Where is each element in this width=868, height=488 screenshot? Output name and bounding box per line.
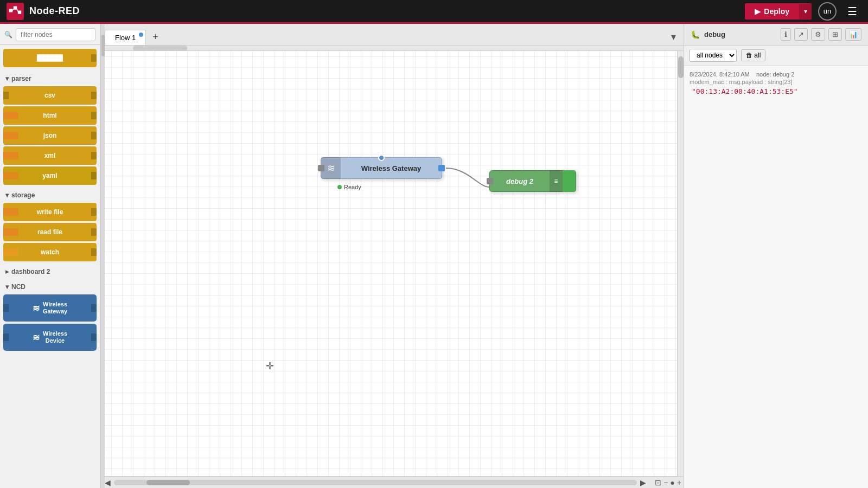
- debug-panel-header: 🐛 debug ℹ ↗ ⚙ ⊞ 📊: [684, 24, 868, 46]
- debug-info-button[interactable]: ℹ: [781, 28, 791, 41]
- sidebar-section-parser-label: parser: [11, 75, 31, 82]
- zoom-in-button[interactable]: +: [677, 478, 681, 487]
- node-top-connector: [378, 155, 385, 161]
- list-item[interactable]: html: [3, 106, 97, 125]
- svg-rect-1: [9, 9, 12, 12]
- wireless-gateway-label: Wireless Gateway: [341, 164, 442, 172]
- sidebar-section-dashboard2-label: dashboard 2: [11, 268, 50, 275]
- flow-canvas[interactable]: ≋ Wireless Gateway Ready debug 2 ≡: [100, 46, 684, 476]
- debug-panel-title: debug: [704, 30, 725, 38]
- logo-area: Node-RED: [7, 3, 80, 20]
- main-layout: 🔍 ▉▉▉▉▉▉ ▾ parser csv html: [0, 24, 868, 488]
- user-label: un: [824, 7, 831, 15]
- debug-export-button[interactable]: ↗: [794, 28, 808, 41]
- tab-unsaved-dot: [139, 33, 143, 37]
- sidebar-section-dashboard2[interactable]: ▸ dashboard 2: [3, 265, 97, 278]
- canvas-area: Flow 1 + ▾: [100, 24, 684, 488]
- deploy-label: Deploy: [764, 7, 789, 16]
- list-item[interactable]: csv: [3, 86, 97, 105]
- debug-filter-button[interactable]: ⊞: [828, 28, 842, 41]
- debug-panel-tools: ℹ ↗ ⚙ ⊞ 📊: [781, 28, 861, 41]
- list-item[interactable]: watch: [3, 243, 97, 261]
- fit-view-button[interactable]: ⊡: [655, 478, 661, 487]
- svg-rect-2: [14, 6, 17, 9]
- add-flow-button[interactable]: +: [148, 29, 163, 45]
- canvas-vertical-scrollbar[interactable]: [677, 46, 684, 476]
- debug-filter-select[interactable]: all nodes: [690, 49, 737, 62]
- debug-node-port-in[interactable]: [487, 178, 493, 184]
- flow-tab-flow1[interactable]: Flow 1: [105, 30, 146, 45]
- wifi-device-icon: ≋: [33, 332, 40, 343]
- scroll-right-button[interactable]: ▶: [638, 478, 648, 487]
- debug-panel: 🐛 debug ℹ ↗ ⚙ ⊞ 📊 all nodes 🗑 all 8/2: [684, 24, 868, 488]
- chevron-down-icon-ncd: ▾: [5, 283, 9, 291]
- palette-wireless-device[interactable]: ≋ WirelessDevice: [3, 324, 97, 351]
- chevron-down-icon-storage: ▾: [5, 191, 9, 199]
- debug-clear-label: all: [754, 52, 761, 59]
- topbar: Node-RED ▶ Deploy ▾ un ☰: [0, 0, 868, 24]
- trash-icon: 🗑: [746, 52, 752, 59]
- debug-panel-icon: 🐛: [691, 30, 700, 39]
- debug-node-status-btn[interactable]: [563, 170, 576, 192]
- node-port-out[interactable]: [438, 165, 445, 171]
- debug-node-menu[interactable]: ≡: [550, 170, 563, 192]
- node-port-in[interactable]: [318, 165, 324, 171]
- debug-entry-path: modem_mac : msg.payload : string[23]: [690, 79, 863, 85]
- filter-bar: 🔍: [0, 24, 100, 45]
- filter-nodes-input[interactable]: [16, 28, 95, 41]
- deploy-button[interactable]: ▶ Deploy: [745, 3, 799, 20]
- debug-settings-button[interactable]: ⚙: [811, 28, 825, 41]
- debug-clear-button[interactable]: 🗑 all: [741, 49, 765, 61]
- wireless-gateway-icon: ≋: [327, 162, 335, 174]
- chevron-right-icon-dashboard2: ▸: [5, 268, 9, 275]
- debug-timestamp: 8/23/2024, 8:42:10 AM: [690, 71, 750, 78]
- debug-filter-bar: all nodes 🗑 all: [684, 46, 868, 66]
- node-list: ▉▉▉▉▉▉ ▾ parser csv html json: [0, 45, 100, 488]
- wireless-gateway-node[interactable]: ≋ Wireless Gateway Ready: [321, 157, 442, 179]
- node-status: Ready: [337, 184, 361, 190]
- list-item[interactable]: yaml: [3, 166, 97, 185]
- vertical-scrollbar-thumb: [678, 56, 684, 78]
- sidebar-section-parser[interactable]: ▾ parser: [3, 72, 97, 85]
- debug-chart-button[interactable]: 📊: [845, 28, 861, 41]
- list-item[interactable]: write file: [3, 203, 97, 221]
- sidebar-section-storage-label: storage: [11, 191, 35, 199]
- zoom-out-button[interactable]: −: [663, 478, 668, 487]
- node-palette: 🔍 ▉▉▉▉▉▉ ▾ parser csv html: [0, 24, 100, 488]
- canvas-wires: [100, 46, 684, 476]
- list-item[interactable]: xml: [3, 146, 97, 165]
- deploy-icon: ▶: [755, 7, 761, 16]
- svg-rect-3: [18, 10, 21, 14]
- status-text: Ready: [344, 184, 361, 190]
- hamburger-menu-button[interactable]: ☰: [843, 3, 861, 20]
- debug-node-name: node: debug 2: [756, 71, 794, 78]
- bottom-scrollbar-area: ◀ ▶ ⊡ − ● +: [100, 476, 684, 488]
- scrollbar-thumb: [146, 480, 190, 485]
- deploy-dropdown-button[interactable]: ▾: [799, 4, 812, 19]
- flow-tabs: Flow 1 + ▾: [100, 24, 684, 46]
- status-indicator: [337, 185, 342, 189]
- palette-wireless-device-label: WirelessDevice: [43, 330, 67, 344]
- zoom-fit-button[interactable]: ●: [670, 478, 674, 487]
- list-item[interactable]: read file: [3, 223, 97, 241]
- palette-wireless-gateway[interactable]: ≋ WirelessGateway: [3, 294, 97, 322]
- debug-node-label: debug 2: [490, 177, 550, 185]
- zoom-controls: ⊡ − ● +: [655, 478, 681, 487]
- user-button[interactable]: un: [818, 2, 837, 21]
- flow-tab-menu-button[interactable]: ▾: [668, 29, 679, 45]
- debug-node[interactable]: debug 2 ≡: [489, 170, 576, 192]
- palette-wireless-gateway-label: WirelessGateway: [43, 301, 67, 315]
- list-item[interactable]: ▉▉▉▉▉▉: [3, 49, 97, 67]
- app-title: Node-RED: [29, 5, 80, 17]
- wifi-icon: ≋: [33, 303, 40, 313]
- node-red-logo: [7, 3, 24, 20]
- horizontal-scrollbar[interactable]: [114, 480, 637, 485]
- debug-entry: 8/23/2024, 8:42:10 AM node: debug 2 mode…: [690, 71, 863, 97]
- chevron-down-icon: ▾: [5, 75, 9, 82]
- list-item[interactable]: json: [3, 126, 97, 145]
- sidebar-section-storage[interactable]: ▾ storage: [3, 188, 97, 201]
- debug-entry-value: "00:13:A2:00:40:A1:53:E5": [690, 86, 863, 97]
- sidebar-section-ncd[interactable]: ▾ NCD: [3, 280, 97, 293]
- debug-entry-meta: 8/23/2024, 8:42:10 AM node: debug 2: [690, 71, 863, 78]
- search-icon: 🔍: [4, 31, 12, 38]
